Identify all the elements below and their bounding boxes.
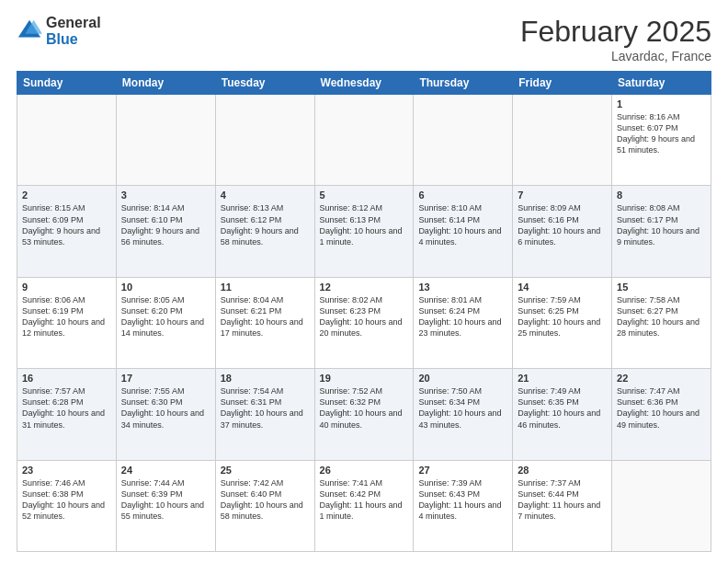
- logo: General Blue: [17, 15, 101, 47]
- calendar-day-cell: 3Sunrise: 8:14 AM Sunset: 6:10 PM Daylig…: [116, 186, 215, 277]
- day-detail: Sunrise: 7:37 AM Sunset: 6:44 PM Dayligh…: [518, 477, 607, 523]
- day-header-monday: Monday: [116, 72, 215, 95]
- title-block: February 2025 Lavardac, France: [520, 15, 711, 63]
- calendar-day-cell: [414, 95, 513, 186]
- location: Lavardac, France: [520, 49, 711, 63]
- day-number: 8: [617, 190, 706, 201]
- day-number: 12: [320, 282, 409, 293]
- calendar-day-cell: 1Sunrise: 8:16 AM Sunset: 6:07 PM Daylig…: [612, 95, 711, 186]
- day-detail: Sunrise: 8:13 AM Sunset: 6:12 PM Dayligh…: [221, 202, 310, 247]
- day-number: 22: [617, 373, 706, 384]
- calendar-day-cell: 15Sunrise: 7:58 AM Sunset: 6:27 PM Dayli…: [612, 277, 711, 368]
- calendar-day-cell: [513, 95, 612, 186]
- day-number: 18: [221, 373, 310, 384]
- day-detail: Sunrise: 8:06 AM Sunset: 6:19 PM Dayligh…: [22, 294, 111, 339]
- day-number: 27: [418, 465, 507, 476]
- day-detail: Sunrise: 8:09 AM Sunset: 6:16 PM Dayligh…: [518, 202, 607, 247]
- header: General Blue February 2025 Lavardac, Fra…: [17, 15, 711, 63]
- day-detail: Sunrise: 7:58 AM Sunset: 6:27 PM Dayligh…: [617, 294, 706, 339]
- calendar-week-row: 16Sunrise: 7:57 AM Sunset: 6:28 PM Dayli…: [17, 369, 711, 460]
- day-header-sunday: Sunday: [17, 72, 117, 95]
- calendar-day-cell: 17Sunrise: 7:55 AM Sunset: 6:30 PM Dayli…: [116, 369, 215, 460]
- day-number: 20: [418, 373, 507, 384]
- calendar-day-cell: 5Sunrise: 8:12 AM Sunset: 6:13 PM Daylig…: [314, 186, 414, 277]
- calendar-day-cell: 26Sunrise: 7:41 AM Sunset: 6:42 PM Dayli…: [314, 460, 414, 551]
- calendar-day-cell: 11Sunrise: 8:04 AM Sunset: 6:21 PM Dayli…: [215, 277, 314, 368]
- day-header-wednesday: Wednesday: [314, 72, 414, 95]
- day-detail: Sunrise: 8:01 AM Sunset: 6:24 PM Dayligh…: [418, 294, 507, 339]
- day-number: 24: [121, 465, 210, 476]
- day-detail: Sunrise: 7:55 AM Sunset: 6:30 PM Dayligh…: [121, 385, 210, 431]
- day-number: 9: [22, 282, 111, 293]
- calendar-week-row: 2Sunrise: 8:15 AM Sunset: 6:09 PM Daylig…: [17, 186, 711, 277]
- day-number: 19: [320, 373, 409, 384]
- calendar-day-cell: 19Sunrise: 7:52 AM Sunset: 6:32 PM Dayli…: [314, 369, 414, 460]
- calendar-table: SundayMondayTuesdayWednesdayThursdayFrid…: [17, 71, 711, 552]
- calendar-day-cell: 9Sunrise: 8:06 AM Sunset: 6:19 PM Daylig…: [17, 277, 117, 368]
- calendar-week-row: 1Sunrise: 8:16 AM Sunset: 6:07 PM Daylig…: [17, 95, 711, 186]
- day-number: 5: [320, 190, 409, 201]
- calendar-day-cell: [612, 460, 711, 551]
- day-detail: Sunrise: 7:47 AM Sunset: 6:36 PM Dayligh…: [617, 385, 706, 431]
- day-detail: Sunrise: 7:57 AM Sunset: 6:28 PM Dayligh…: [22, 385, 111, 431]
- day-number: 6: [418, 190, 507, 201]
- calendar-day-cell: 27Sunrise: 7:39 AM Sunset: 6:43 PM Dayli…: [414, 460, 513, 551]
- calendar-day-cell: 23Sunrise: 7:46 AM Sunset: 6:38 PM Dayli…: [17, 460, 117, 551]
- calendar-day-cell: 28Sunrise: 7:37 AM Sunset: 6:44 PM Dayli…: [513, 460, 612, 551]
- logo-general-text: General: [46, 15, 101, 31]
- day-detail: Sunrise: 7:44 AM Sunset: 6:39 PM Dayligh…: [121, 477, 210, 523]
- day-number: 3: [121, 190, 210, 201]
- day-detail: Sunrise: 7:39 AM Sunset: 6:43 PM Dayligh…: [418, 477, 507, 523]
- calendar-day-cell: 13Sunrise: 8:01 AM Sunset: 6:24 PM Dayli…: [414, 277, 513, 368]
- day-number: 25: [221, 465, 310, 476]
- day-detail: Sunrise: 7:49 AM Sunset: 6:35 PM Dayligh…: [518, 385, 607, 431]
- day-detail: Sunrise: 7:46 AM Sunset: 6:38 PM Dayligh…: [22, 477, 111, 523]
- month-title: February 2025: [520, 15, 711, 49]
- day-header-saturday: Saturday: [612, 72, 711, 95]
- calendar-week-row: 23Sunrise: 7:46 AM Sunset: 6:38 PM Dayli…: [17, 460, 711, 551]
- calendar-day-cell: 25Sunrise: 7:42 AM Sunset: 6:40 PM Dayli…: [215, 460, 314, 551]
- calendar-day-cell: [314, 95, 414, 186]
- day-detail: Sunrise: 7:42 AM Sunset: 6:40 PM Dayligh…: [221, 477, 310, 523]
- calendar-day-cell: 4Sunrise: 8:13 AM Sunset: 6:12 PM Daylig…: [215, 186, 314, 277]
- day-number: 28: [518, 465, 607, 476]
- day-number: 14: [518, 282, 607, 293]
- day-detail: Sunrise: 7:41 AM Sunset: 6:42 PM Dayligh…: [320, 477, 409, 523]
- calendar-day-cell: 16Sunrise: 7:57 AM Sunset: 6:28 PM Dayli…: [17, 369, 117, 460]
- logo-text: General Blue: [46, 15, 101, 47]
- day-detail: Sunrise: 8:14 AM Sunset: 6:10 PM Dayligh…: [121, 202, 210, 247]
- calendar-day-cell: 21Sunrise: 7:49 AM Sunset: 6:35 PM Dayli…: [513, 369, 612, 460]
- calendar-header-row: SundayMondayTuesdayWednesdayThursdayFrid…: [17, 72, 711, 95]
- calendar-week-row: 9Sunrise: 8:06 AM Sunset: 6:19 PM Daylig…: [17, 277, 711, 368]
- page: General Blue February 2025 Lavardac, Fra…: [0, 0, 728, 563]
- calendar-day-cell: 8Sunrise: 8:08 AM Sunset: 6:17 PM Daylig…: [612, 186, 711, 277]
- day-detail: Sunrise: 8:10 AM Sunset: 6:14 PM Dayligh…: [418, 202, 507, 247]
- calendar-day-cell: 24Sunrise: 7:44 AM Sunset: 6:39 PM Dayli…: [116, 460, 215, 551]
- calendar-day-cell: 7Sunrise: 8:09 AM Sunset: 6:16 PM Daylig…: [513, 186, 612, 277]
- day-number: 26: [320, 465, 409, 476]
- day-number: 4: [221, 190, 310, 201]
- calendar-day-cell: 10Sunrise: 8:05 AM Sunset: 6:20 PM Dayli…: [116, 277, 215, 368]
- calendar-day-cell: [116, 95, 215, 186]
- day-detail: Sunrise: 7:54 AM Sunset: 6:31 PM Dayligh…: [221, 385, 310, 431]
- day-number: 15: [617, 282, 706, 293]
- day-number: 2: [22, 190, 111, 201]
- calendar-day-cell: 12Sunrise: 8:02 AM Sunset: 6:23 PM Dayli…: [314, 277, 414, 368]
- day-detail: Sunrise: 8:04 AM Sunset: 6:21 PM Dayligh…: [221, 294, 310, 339]
- day-detail: Sunrise: 7:50 AM Sunset: 6:34 PM Dayligh…: [418, 385, 507, 431]
- day-detail: Sunrise: 8:05 AM Sunset: 6:20 PM Dayligh…: [121, 294, 210, 339]
- day-number: 11: [221, 282, 310, 293]
- calendar-day-cell: 20Sunrise: 7:50 AM Sunset: 6:34 PM Dayli…: [414, 369, 513, 460]
- day-number: 1: [617, 98, 706, 109]
- calendar-day-cell: 6Sunrise: 8:10 AM Sunset: 6:14 PM Daylig…: [414, 186, 513, 277]
- day-detail: Sunrise: 8:12 AM Sunset: 6:13 PM Dayligh…: [320, 202, 409, 247]
- calendar-day-cell: 22Sunrise: 7:47 AM Sunset: 6:36 PM Dayli…: [612, 369, 711, 460]
- logo-icon: [17, 18, 42, 44]
- day-detail: Sunrise: 8:16 AM Sunset: 6:07 PM Dayligh…: [617, 111, 706, 156]
- day-detail: Sunrise: 8:15 AM Sunset: 6:09 PM Dayligh…: [22, 202, 111, 247]
- day-number: 16: [22, 373, 111, 384]
- calendar-day-cell: 18Sunrise: 7:54 AM Sunset: 6:31 PM Dayli…: [215, 369, 314, 460]
- day-number: 21: [518, 373, 607, 384]
- logo-blue-text: Blue: [46, 31, 101, 48]
- day-header-thursday: Thursday: [414, 72, 513, 95]
